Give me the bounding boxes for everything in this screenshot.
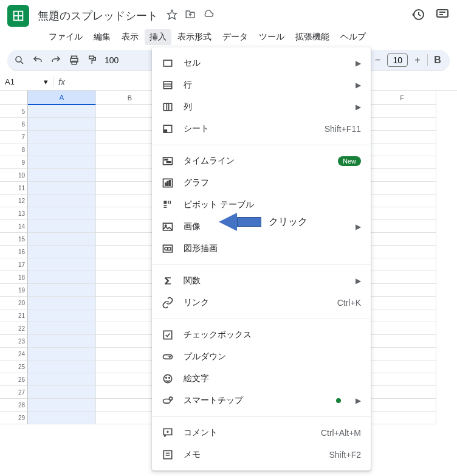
menu-item-image[interactable]: 画像▶: [152, 216, 371, 238]
cell[interactable]: [28, 399, 96, 412]
cell[interactable]: [28, 207, 96, 220]
cell[interactable]: [28, 105, 96, 118]
row-header[interactable]: 16: [0, 246, 28, 258]
cloud-icon[interactable]: [203, 9, 214, 22]
cell[interactable]: [368, 386, 436, 399]
menu-item-timeline[interactable]: タイムラインNew: [152, 150, 371, 172]
cell[interactable]: [368, 143, 436, 156]
cell[interactable]: [28, 131, 96, 143]
cell[interactable]: [368, 412, 436, 424]
cell[interactable]: [368, 322, 436, 335]
menu-item-2[interactable]: 表示: [117, 29, 143, 45]
cell[interactable]: [368, 118, 436, 131]
cell[interactable]: [368, 207, 436, 220]
cell[interactable]: [28, 246, 96, 258]
cell[interactable]: [368, 182, 436, 195]
menu-item-0[interactable]: ファイル: [44, 29, 88, 45]
row-header[interactable]: 13: [0, 207, 28, 220]
menu-item-1[interactable]: 編集: [89, 29, 115, 45]
document-title[interactable]: 無題のスプレッドシート: [34, 7, 162, 24]
cell[interactable]: [28, 233, 96, 246]
row-header[interactable]: 12: [0, 195, 28, 207]
cell[interactable]: [368, 220, 436, 233]
cell[interactable]: [368, 105, 436, 118]
cell[interactable]: [28, 156, 96, 169]
row-header[interactable]: 6: [0, 118, 28, 131]
sheets-logo-icon[interactable]: [7, 5, 29, 27]
font-size-input[interactable]: 10: [387, 53, 408, 67]
row-header[interactable]: 18: [0, 271, 28, 284]
star-icon[interactable]: [167, 9, 177, 22]
cell[interactable]: [368, 284, 436, 297]
redo-icon[interactable]: [50, 54, 62, 66]
menu-item-6[interactable]: ツール: [254, 29, 289, 45]
row-header[interactable]: 23: [0, 335, 28, 348]
cell[interactable]: [28, 309, 96, 322]
cell[interactable]: [28, 412, 96, 424]
menu-item-checkbox[interactable]: チェックボックス: [152, 324, 371, 346]
menu-item-dropdown[interactable]: プルダウン: [152, 346, 371, 368]
cell[interactable]: [368, 233, 436, 246]
row-header[interactable]: 7: [0, 131, 28, 143]
row-header[interactable]: 25: [0, 360, 28, 373]
cell[interactable]: [28, 169, 96, 182]
cell[interactable]: [368, 373, 436, 386]
row-header[interactable]: 22: [0, 322, 28, 335]
menu-item-pivot[interactable]: ピボット テーブル: [152, 194, 371, 216]
menu-item-emoji[interactable]: 絵文字: [152, 368, 371, 390]
undo-icon[interactable]: [32, 54, 44, 66]
menu-item-smartchip[interactable]: スマートチップ▶: [152, 390, 371, 412]
cell[interactable]: [368, 348, 436, 360]
select-all-corner[interactable]: [0, 91, 28, 105]
menu-item-sheet[interactable]: シートShift+F11: [152, 118, 371, 140]
cell[interactable]: [368, 131, 436, 143]
menu-item-chart[interactable]: グラフ: [152, 172, 371, 194]
row-header[interactable]: 20: [0, 297, 28, 309]
cell[interactable]: [28, 284, 96, 297]
row-header[interactable]: 9: [0, 156, 28, 169]
row-header[interactable]: 24: [0, 348, 28, 360]
cell[interactable]: [368, 271, 436, 284]
row-header[interactable]: 8: [0, 143, 28, 156]
cell[interactable]: [368, 156, 436, 169]
plus-icon[interactable]: +: [411, 54, 424, 66]
print-icon[interactable]: [68, 54, 80, 66]
menu-item-cols[interactable]: 列▶: [152, 96, 371, 118]
row-header[interactable]: 14: [0, 220, 28, 233]
cell[interactable]: [368, 335, 436, 348]
menu-item-rows[interactable]: 行▶: [152, 74, 371, 96]
cell[interactable]: [28, 143, 96, 156]
cell[interactable]: [368, 360, 436, 373]
cell[interactable]: [28, 335, 96, 348]
row-header[interactable]: 21: [0, 309, 28, 322]
cell[interactable]: [28, 348, 96, 360]
row-header[interactable]: 27: [0, 386, 28, 399]
cell[interactable]: [28, 220, 96, 233]
menu-item-4[interactable]: 表示形式: [173, 29, 216, 45]
cell[interactable]: [28, 360, 96, 373]
bold-icon[interactable]: B: [431, 54, 444, 66]
cell[interactable]: [28, 386, 96, 399]
menu-item-cell[interactable]: セル▶: [152, 52, 371, 74]
history-icon[interactable]: [411, 7, 425, 24]
cell[interactable]: [368, 246, 436, 258]
cell[interactable]: [28, 271, 96, 284]
zoom-value[interactable]: 100: [105, 55, 119, 65]
cell[interactable]: [368, 195, 436, 207]
cell[interactable]: [28, 297, 96, 309]
row-header[interactable]: 5: [0, 105, 28, 118]
row-header[interactable]: 26: [0, 373, 28, 386]
move-icon[interactable]: [185, 9, 196, 22]
cell[interactable]: [28, 322, 96, 335]
row-header[interactable]: 19: [0, 284, 28, 297]
cell[interactable]: [28, 258, 96, 271]
menu-item-drawing[interactable]: 図形描画: [152, 238, 371, 260]
cell[interactable]: [368, 399, 436, 412]
name-box[interactable]: A1 ▾: [0, 77, 53, 86]
menu-item-7[interactable]: 拡張機能: [290, 29, 334, 45]
cell[interactable]: [368, 309, 436, 322]
cell[interactable]: [368, 169, 436, 182]
row-header[interactable]: 15: [0, 233, 28, 246]
row-header[interactable]: 10: [0, 169, 28, 182]
minus-icon[interactable]: −: [371, 54, 383, 66]
